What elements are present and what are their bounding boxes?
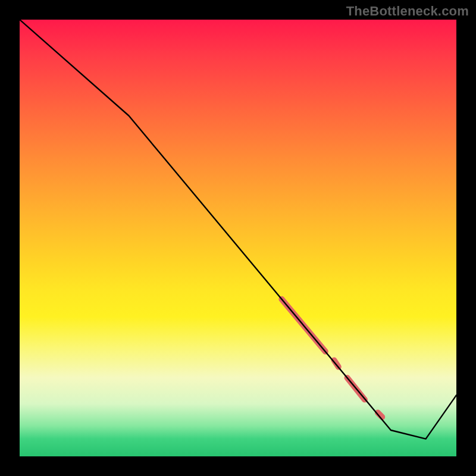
main-curve	[20, 20, 456, 439]
chart-frame: TheBottleneck.com	[0, 0, 476, 476]
chart-svg	[20, 20, 456, 456]
plot-area	[20, 20, 456, 456]
watermark-text: TheBottleneck.com	[346, 4, 469, 19]
